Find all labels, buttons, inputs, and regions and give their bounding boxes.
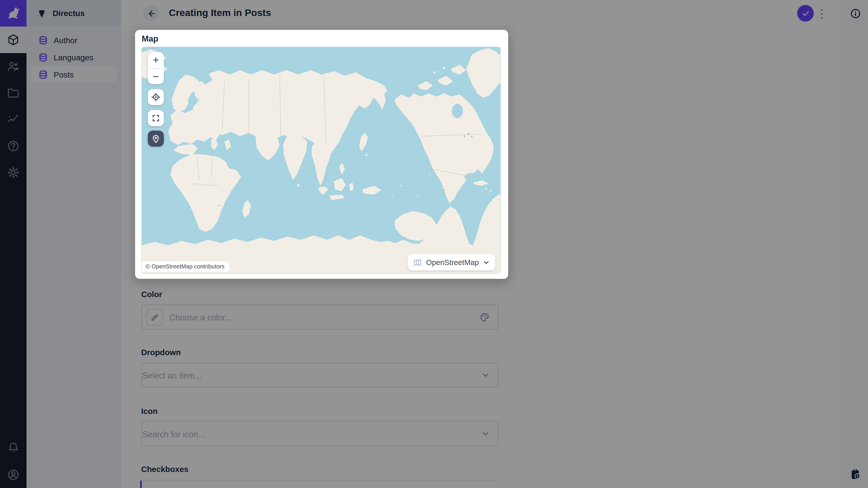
zoom-controls [148, 52, 164, 84]
fullscreen-button[interactable] [148, 110, 164, 126]
world-map [142, 47, 500, 273]
map-attribution: © OpenStreetMap contributors [142, 261, 229, 272]
geolocate-button[interactable] [148, 89, 164, 105]
plus-icon [152, 56, 160, 64]
geolocate-icon [151, 92, 161, 103]
zoom-out-button[interactable] [148, 68, 164, 84]
basemap-label: OpenStreetMap [426, 258, 479, 266]
add-location-icon [151, 133, 161, 144]
zoom-in-button[interactable] [148, 52, 164, 68]
map-field-card: Map [135, 30, 508, 279]
fullscreen-icon [151, 113, 161, 123]
map-canvas[interactable]: © OpenStreetMap contributors OpenStreetM… [141, 46, 501, 274]
map-icon [413, 258, 422, 267]
minus-icon [152, 72, 160, 80]
map-field-label: Map [142, 34, 158, 43]
app: Directus Author Languages [0, 0, 868, 488]
pick-location-button[interactable] [148, 131, 164, 147]
basemap-selector[interactable]: OpenStreetMap [407, 254, 495, 270]
chevron-down-icon [483, 259, 490, 266]
